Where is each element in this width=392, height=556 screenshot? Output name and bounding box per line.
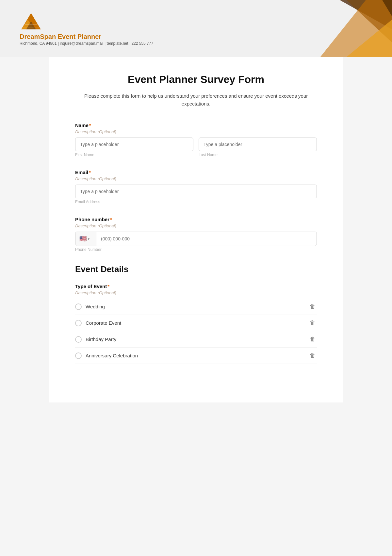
last-name-input[interactable] (199, 138, 317, 151)
phone-row: 🇺🇸 ▾ (75, 232, 317, 246)
radio-option-birthday: Birthday Party 🗑 (75, 331, 317, 348)
radio-label-birthday: Birthday Party (86, 336, 116, 342)
phone-field-group: Phone number* Description (Optional) 🇺🇸 … (75, 217, 317, 252)
radio-label-corporate: Corporate Event (86, 320, 121, 326)
form-subtitle: Please complete this form to help us und… (75, 92, 317, 108)
event-type-label: Type of Event* (75, 284, 317, 289)
last-name-wrap: Last Name (199, 138, 317, 157)
company-name: DreamSpan Event Planner (20, 33, 372, 41)
radio-anniversary[interactable] (75, 352, 82, 359)
radio-wedding[interactable] (75, 303, 82, 310)
name-field-group: Name* Description (Optional) First Name … (75, 123, 317, 157)
chevron-down-icon: ▾ (88, 237, 90, 241)
event-type-field-group: Type of Event* Description (Optional) We… (75, 284, 317, 364)
main-form: Event Planner Survey Form Please complet… (49, 57, 343, 402)
company-info: Richmond, CA 94801 | inquire@dreamspan.m… (20, 41, 372, 46)
header: DreamSpan Event Planner Richmond, CA 948… (0, 0, 392, 57)
name-description: Description (Optional) (75, 129, 317, 134)
radio-birthday[interactable] (75, 336, 82, 343)
first-name-sublabel: First Name (75, 153, 193, 157)
first-name-input[interactable] (75, 138, 193, 151)
logo-icon (20, 11, 42, 31)
first-name-wrap: First Name (75, 138, 193, 157)
radio-option-wedding: Wedding 🗑 (75, 299, 317, 315)
phone-input[interactable] (96, 232, 317, 245)
delete-wedding-icon[interactable]: 🗑 (308, 302, 317, 311)
phone-label: Phone number* (75, 217, 317, 222)
radio-option-anniversary: Anniversary Celebration 🗑 (75, 348, 317, 364)
flag-emoji: 🇺🇸 (79, 235, 87, 242)
form-title: Event Planner Survey Form (75, 74, 317, 86)
email-input[interactable] (75, 185, 317, 198)
phone-sublabel: Phone Number (75, 247, 317, 252)
delete-anniversary-icon[interactable]: 🗑 (308, 351, 317, 360)
email-description: Description (Optional) (75, 176, 317, 181)
email-field-group: Email* Description (Optional) Email Addr… (75, 170, 317, 204)
event-details-heading: Event Details (75, 264, 317, 274)
radio-label-wedding: Wedding (86, 304, 105, 309)
phone-description: Description (Optional) (75, 223, 317, 228)
email-sublabel: Email Address (75, 200, 317, 204)
logo-area: DreamSpan Event Planner Richmond, CA 948… (20, 11, 372, 46)
radio-label-anniversary: Anniversary Celebration (86, 353, 138, 358)
phone-flag-button[interactable]: 🇺🇸 ▾ (75, 232, 96, 246)
event-type-description: Description (Optional) (75, 290, 317, 295)
radio-option-corporate: Corporate Event 🗑 (75, 315, 317, 331)
delete-birthday-icon[interactable]: 🗑 (308, 335, 317, 344)
delete-corporate-icon[interactable]: 🗑 (308, 318, 317, 328)
name-label: Name* (75, 123, 317, 128)
email-label: Email* (75, 170, 317, 175)
last-name-sublabel: Last Name (199, 153, 317, 157)
name-row: First Name Last Name (75, 138, 317, 157)
radio-corporate[interactable] (75, 320, 82, 326)
